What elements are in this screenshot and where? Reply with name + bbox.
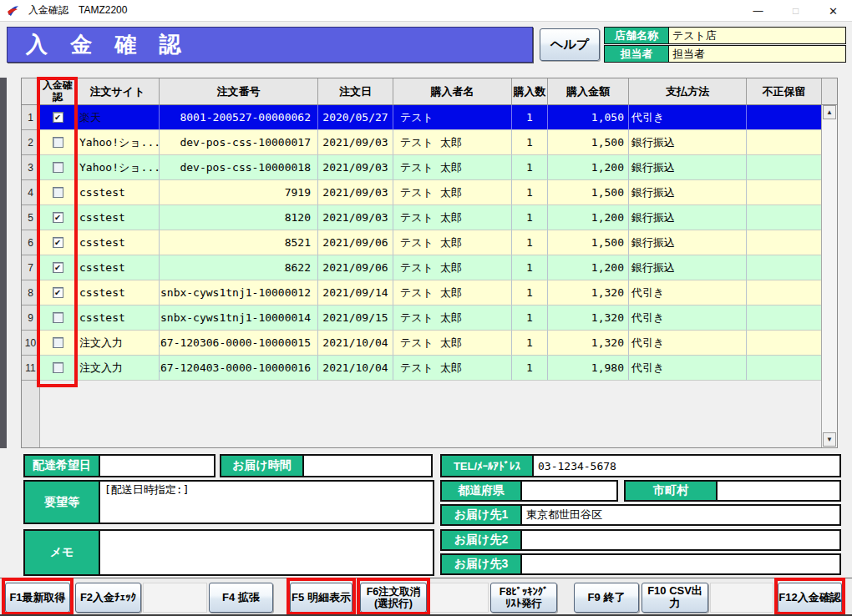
row-number-cell[interactable]: 11 bbox=[22, 356, 40, 381]
payment-confirm-checkbox[interactable] bbox=[53, 137, 63, 148]
order-date-cell: 2021/09/03 bbox=[318, 130, 393, 155]
f4-expand-button[interactable]: F4 拡張 bbox=[209, 583, 273, 613]
vertical-scrollbar[interactable]: ▲ ▼ bbox=[821, 105, 837, 447]
scroll-up-icon: ▲ bbox=[826, 109, 833, 116]
column-header-buyer-name[interactable]: 購入者名 bbox=[393, 78, 512, 105]
grid-row[interactable]: 9csstestsnbx-cyws1tnj1-100000142021/09/1… bbox=[22, 305, 837, 331]
titlebar: 入金確認 TAMZ2200 — □ ✕ bbox=[0, 0, 852, 22]
delivery-time-field[interactable] bbox=[304, 456, 431, 476]
quantity-cell: 1 bbox=[512, 130, 548, 155]
column-header-quantity[interactable]: 購入数 bbox=[512, 78, 548, 105]
fraud-hold-cell bbox=[747, 356, 822, 381]
order-date-cell: 2021/09/03 bbox=[318, 205, 393, 230]
payment-confirm-checkbox[interactable]: ✔ bbox=[53, 212, 63, 223]
fraud-hold-cell bbox=[747, 230, 822, 255]
f9-exit-button[interactable]: F9 終了 bbox=[574, 583, 639, 613]
close-button[interactable]: ✕ bbox=[814, 0, 852, 22]
row-header-filler bbox=[22, 381, 40, 447]
payment-confirm-checkbox[interactable] bbox=[53, 362, 63, 373]
prefecture-field[interactable] bbox=[522, 482, 616, 500]
row-number-cell[interactable]: 9 bbox=[22, 305, 40, 331]
fraud-hold-cell bbox=[747, 305, 822, 331]
order-site-cell: 注文入力 bbox=[76, 331, 160, 356]
tel-mail-field[interactable]: 03-1234-5678 bbox=[534, 456, 839, 476]
payment-confirm-checkbox[interactable] bbox=[53, 312, 63, 323]
grid-empty-area bbox=[22, 381, 822, 447]
payment-confirm-checkbox[interactable] bbox=[53, 337, 63, 348]
amount-cell: 1,200 bbox=[548, 255, 629, 280]
row-number-cell[interactable]: 3 bbox=[22, 155, 40, 180]
buyer-name-cell: テスト 太郎 bbox=[393, 155, 512, 180]
help-button[interactable]: ヘルプ bbox=[540, 28, 600, 61]
f1-label: F1最新取得 bbox=[9, 592, 65, 604]
address2-label: お届け先2 bbox=[442, 531, 522, 549]
f10-csv-export-button[interactable]: F10 CSV出力 bbox=[642, 583, 708, 613]
row-number-cell[interactable]: 4 bbox=[22, 180, 40, 205]
payment-confirm-checkbox[interactable]: ✔ bbox=[53, 287, 63, 298]
row-number-cell[interactable]: 1 bbox=[22, 105, 40, 130]
store-name-value: テスト店 bbox=[669, 28, 845, 43]
grid-row[interactable]: 2Yahoo!ショ...dev-pos-css-100000172021/09/… bbox=[22, 130, 837, 155]
order-date-cell: 2021/10/04 bbox=[318, 331, 393, 356]
payment-method-cell: 銀行振込 bbox=[629, 180, 747, 205]
order-site-cell: csstest bbox=[76, 205, 160, 230]
order-grid: 入金確認 注文サイト 注文番号 注文日 購入者名 購入数 購入金額 支払方法 不… bbox=[21, 78, 838, 448]
row-number-cell[interactable]: 8 bbox=[22, 280, 40, 305]
request-field[interactable]: [配送日時指定:] bbox=[100, 482, 433, 523]
f10-label: F10 CSV出力 bbox=[642, 585, 707, 610]
row-number-cell[interactable]: 6 bbox=[22, 230, 40, 255]
scroll-down-button[interactable]: ▼ bbox=[823, 432, 836, 447]
function-key-bar: F1最新取得 F2入金ﾁｪｯｸ F4 拡張 F5 明細表示 F6注文取消 (選択… bbox=[0, 578, 852, 616]
order-date-cell: 2021/09/06 bbox=[318, 230, 393, 255]
address2-field[interactable] bbox=[522, 531, 839, 549]
column-header-order-date[interactable]: 注文日 bbox=[318, 78, 393, 105]
column-header-fraud-hold[interactable]: 不正保留 bbox=[747, 78, 822, 105]
address1-field[interactable]: 東京都世田谷区 bbox=[522, 506, 839, 524]
column-header-order-number[interactable]: 注文番号 bbox=[160, 78, 318, 105]
grid-row[interactable]: 11注文入力0167-120403-0000-100000162021/10/0… bbox=[22, 356, 837, 381]
grid-row[interactable]: 7✔csstest86222021/09/06テスト 太郎11,200銀行振込 bbox=[22, 255, 837, 280]
order-site-cell: csstest bbox=[76, 305, 160, 331]
payment-confirm-checkbox[interactable] bbox=[53, 162, 63, 173]
grid-row[interactable]: 5✔csstest81202021/09/03テスト 太郎11,200銀行振込 bbox=[22, 205, 837, 230]
buyer-name-cell: テスト 太郎 bbox=[393, 180, 512, 205]
row-number-cell[interactable]: 2 bbox=[22, 130, 40, 155]
f1-refresh-button[interactable]: F1最新取得 bbox=[5, 583, 70, 613]
column-header-order-site[interactable]: 注文サイト bbox=[76, 78, 160, 105]
grid-row[interactable]: 6✔csstest85212021/09/06テスト 太郎11,500銀行振込 bbox=[22, 230, 837, 255]
grid-row[interactable]: 3Yahoo!ショ...dev-pos-css-100000182021/09/… bbox=[22, 155, 837, 180]
f2-payment-check-button[interactable]: F2入金ﾁｪｯｸ bbox=[75, 583, 141, 613]
payment-confirm-checkbox[interactable]: ✔ bbox=[53, 237, 63, 248]
payment-confirm-checkbox[interactable]: ✔ bbox=[53, 262, 63, 273]
f6-cancel-order-button[interactable]: F6注文取消 (選択行) bbox=[360, 583, 427, 613]
grid-corner-cell bbox=[22, 78, 40, 105]
column-header-amount[interactable]: 購入金額 bbox=[548, 78, 629, 105]
quantity-cell: 1 bbox=[512, 305, 548, 331]
f5-detail-view-button[interactable]: F5 明細表示 bbox=[290, 583, 352, 613]
grid-row[interactable]: 10注文入力0167-120306-0000-100000152021/10/0… bbox=[22, 331, 837, 356]
f8-picking-list-button[interactable]: F8ﾋﾟｯｷﾝｸﾞ ﾘｽﾄ発行 bbox=[490, 583, 557, 613]
row-number-cell[interactable]: 7 bbox=[22, 255, 40, 280]
minimize-button[interactable]: — bbox=[739, 0, 777, 22]
f12-payment-confirm-button[interactable]: F12入金確認 bbox=[778, 583, 842, 613]
row-number-cell[interactable]: 5 bbox=[22, 205, 40, 230]
order-site-cell: csstest bbox=[76, 255, 160, 280]
row-number-cell[interactable]: 10 bbox=[22, 331, 40, 356]
city-field[interactable] bbox=[718, 482, 839, 500]
order-date-cell: 2021/10/04 bbox=[318, 356, 393, 381]
f3-empty-slot bbox=[143, 583, 207, 613]
grid-row[interactable]: 8✔csstestsnbx-cyws1tnj1-100000122021/09/… bbox=[22, 280, 837, 305]
delivery-time-label: お届け時間 bbox=[221, 456, 304, 476]
column-header-payment-method[interactable]: 支払方法 bbox=[629, 78, 747, 105]
column-header-payment-check[interactable]: 入金確認 bbox=[40, 78, 76, 105]
f4-label: F4 拡張 bbox=[222, 592, 260, 604]
payment-confirm-checkbox[interactable] bbox=[53, 187, 63, 198]
payment-confirm-checkbox[interactable]: ✔ bbox=[53, 112, 63, 123]
address3-field[interactable] bbox=[522, 555, 839, 573]
memo-field[interactable] bbox=[100, 531, 433, 574]
grid-row[interactable]: 4csstest79192021/09/03テスト 太郎11,500銀行振込 bbox=[22, 180, 837, 205]
grid-row[interactable]: 1✔楽天8001-200527-000000622020/05/27テスト11,… bbox=[22, 105, 837, 130]
scroll-up-button[interactable]: ▲ bbox=[823, 105, 836, 119]
maximize-button[interactable]: □ bbox=[777, 0, 814, 22]
delivery-date-field[interactable] bbox=[100, 456, 214, 476]
